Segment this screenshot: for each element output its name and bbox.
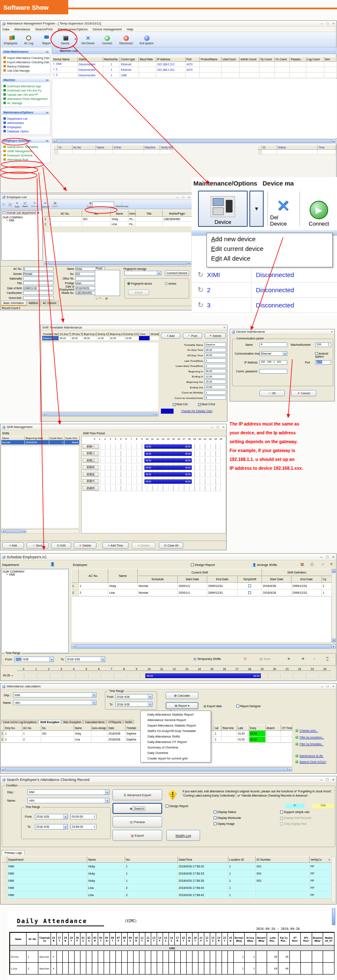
menu-search-print[interactable]: Search/Print (35, 27, 53, 31)
sidebar-item[interactable]: Export Attendance Checking Data (3, 60, 49, 64)
day-cells[interactable] (94, 485, 221, 491)
sidebar-section-employee-schedule[interactable]: Employee Schedule≫ (1, 137, 51, 143)
schedule-vscroll[interactable]: ▲▼ (332, 569, 336, 643)
form-input[interactable] (23, 277, 53, 280)
sidebar-item[interactable]: Download user info and Fp (3, 88, 49, 92)
calc-from-combo[interactable]: 2016/ 9/26▼ (115, 694, 152, 699)
device-dropdown-arrow[interactable]: ▼ (74, 38, 77, 40)
machine-column-header[interactable]: Passwo.. (290, 57, 306, 62)
log-row[interactable]: XIMIVicky1 2016/9/26 17:56:351001FP (2, 877, 332, 884)
device-menu-item[interactable]: Edit current device (208, 244, 332, 253)
schedule-bar[interactable]: 09:3018:30 (145, 673, 261, 678)
timetable-field-input[interactable]: 1 (204, 358, 226, 363)
shifts-col[interactable]: Cycle Unit (64, 436, 80, 440)
log-col[interactable]: Verify Mode (160, 145, 173, 150)
photo-tools[interactable]: ▭ ✎ ◌ ▣ (96, 297, 108, 300)
tab[interactable]: NoShi (123, 720, 134, 724)
edit-button[interactable]: ▤ Edit (51, 542, 71, 549)
timetable-field-input[interactable]: 1 (204, 364, 226, 368)
only-display-null-checkbox[interactable]: Only Display Null (280, 822, 335, 828)
close-button[interactable]: × (332, 22, 334, 25)
device-button[interactable]: Device (57, 33, 74, 46)
machine-row[interactable]: ↻ 2 Disconnected1 Ethernet 192.168.1.201… (52, 67, 337, 73)
add-button[interactable]: +Add (15, 201, 19, 208)
maximize-button[interactable]: □ (326, 555, 328, 559)
col[interactable]: No. (41, 725, 74, 731)
timetable-field-input[interactable]: 18:30 (204, 353, 226, 357)
col[interactable]: Emp No. (4, 725, 22, 731)
maximize-button[interactable]: □ (326, 684, 329, 688)
sidebar-item[interactable]: Administrator (3, 121, 49, 125)
timetable-field-input[interactable]: 06:30 (204, 369, 226, 373)
shift-row[interactable]: Normal2016/9/26 1Week (1, 440, 80, 445)
sync-icon[interactable]: ↻ (2, 202, 5, 207)
plus-icon[interactable]: ✛ (302, 657, 305, 661)
menu-attendance[interactable]: Attendance (14, 27, 30, 31)
close-button[interactable]: × (332, 555, 334, 559)
schedule-hscroll[interactable]: ◄► (71, 644, 336, 649)
col-ac-no[interactable]: AC No. (48, 210, 82, 217)
export-button[interactable]: ▥ Export (112, 830, 162, 841)
log-row[interactable]: XIMILina2 2016/9/26 17:56:401FP (2, 884, 332, 891)
sidebar-item[interactable]: Attendance Photo Management (3, 97, 49, 101)
sidebar-item[interactable]: Import Attendance Checking Data (3, 56, 49, 60)
timetable-row[interactable]: Daytime 09:3018:30 06:3012:30 15:3023:59 (42, 336, 159, 341)
arrange-shifts[interactable]: Arrange Shifts (257, 563, 277, 567)
employees-button[interactable]: Employees (2, 33, 19, 46)
menu-device-management[interactable]: Device management (93, 27, 122, 31)
report-menu-item[interactable]: Daily Attendance Shifts (142, 734, 210, 739)
comm-password-input[interactable] (259, 369, 287, 374)
employee-hscroll[interactable]: ◄► (43, 261, 192, 265)
shift-bar[interactable]: 09:3018:30 (144, 472, 192, 477)
col-verify[interactable]: VerifyCo ▲ (310, 856, 332, 863)
report-designer-checkbox[interactable]: Report Designer (236, 705, 261, 708)
report-button[interactable]: Report (38, 33, 54, 46)
link-change-color[interactable]: Change color... (295, 729, 318, 732)
search-from-date[interactable]: 2016/ 9/26▼ (35, 814, 68, 819)
tree-node-ximi[interactable]: └ XIMI (6, 573, 67, 576)
report-menu-item[interactable]: Create report for current grid (142, 756, 210, 761)
menu-maintenance-options[interactable]: Maintenance/Options (58, 27, 88, 31)
sidebar-item[interactable]: Employee Schedule (3, 153, 49, 157)
main-titlebar[interactable]: Attendance Management Program - [ Temp-S… (0, 21, 336, 27)
timetable-field-input[interactable]: 23:59 (204, 385, 226, 389)
sidebar-item[interactable]: Department List (3, 116, 49, 121)
temporary-shifts-button[interactable]: ▤ Temporary Shifts (193, 657, 221, 661)
sidebar-item[interactable]: Upload user info and FP (3, 92, 49, 97)
menu-help[interactable]: Help (127, 27, 133, 31)
sidebar-item[interactable]: Download attendance logs (3, 84, 49, 88)
tab[interactable]: Clock In/Out Log Exceptions (1, 720, 38, 724)
machine-column-header[interactable]: Baud Rate (139, 57, 156, 62)
assign-icon[interactable]: ⎘ (244, 657, 246, 661)
machine-column-header[interactable]: Admin Count (240, 57, 259, 62)
delete-button[interactable]: ✕ Delete (205, 333, 226, 339)
device-menu-item[interactable]: Edit All device (208, 253, 332, 263)
col[interactable]: Late (237, 725, 249, 731)
collapse-icon[interactable]: ≫ (46, 111, 48, 114)
timetable-field-input[interactable]: 0 (204, 396, 226, 400)
shifts-col[interactable]: Beginning Date (25, 436, 49, 440)
schedule-row[interactable]: 2 2LinaNormal 2000/1/12999/12/31 2016/9/… (72, 590, 332, 596)
search-dep-combo[interactable]: XIMI▼ (27, 789, 110, 795)
modify-log-button[interactable]: Modify Log (166, 830, 200, 841)
employee-row[interactable]: 22 LinaFe... (44, 222, 192, 227)
color-swatch[interactable] (161, 409, 174, 414)
delete-button[interactable]: ✕ Delete (74, 542, 96, 549)
report-menu-item[interactable]: Daily Attendance OT Report (142, 739, 210, 745)
support-simple-calc-checkbox[interactable]: Support simple calc (280, 810, 335, 816)
col-name[interactable]: Name (108, 569, 138, 583)
tab-primary-logs[interactable]: Primary Logs (2, 850, 25, 855)
sidebar-item[interactable]: Usb Disk Manage (3, 68, 49, 73)
save-button[interactable]: ▤ Save (259, 657, 271, 661)
post-button[interactable]: ✓ Post (183, 333, 202, 339)
form-input[interactable]: Female (23, 272, 53, 276)
display-checkbox[interactable]: Display Status (214, 810, 268, 816)
machine-column-header[interactable]: IP Address (156, 57, 185, 62)
form-input[interactable] (23, 291, 53, 295)
name-combo[interactable]: <All>▼ (13, 700, 96, 705)
log-row[interactable]: XIMIVicky1 2016/9/26 17:56:321001FP (2, 863, 332, 870)
report-menu-item[interactable]: Summary of Overtime (142, 745, 210, 750)
shifts-hscroll[interactable]: ◄► (1, 529, 79, 533)
display-checkbox[interactable]: Display Workcode (214, 816, 268, 822)
cancel-x-icon[interactable]: ✕ (330, 562, 333, 566)
